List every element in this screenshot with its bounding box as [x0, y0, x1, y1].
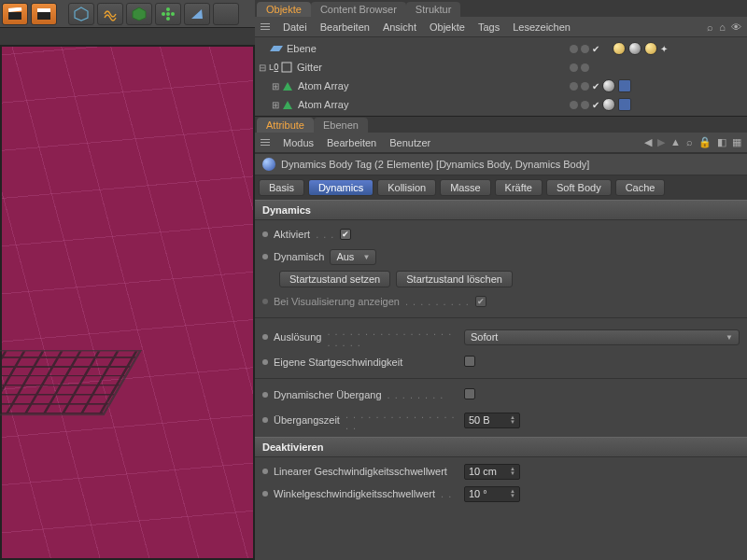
- menu-tags[interactable]: Tags: [478, 21, 500, 33]
- expander-icon[interactable]: ⊟: [259, 63, 268, 73]
- prop-tab-basis[interactable]: Basis: [259, 179, 304, 196]
- section-dynamics: Dynamics: [255, 200, 747, 220]
- input-winkel-schwell[interactable]: 10 °▲▼: [464, 486, 520, 502]
- button-startzustand-setzen[interactable]: Startzustand setzen: [279, 271, 390, 287]
- vis-render-dot[interactable]: [581, 45, 589, 53]
- dropdown-ausloesung[interactable]: Sofort▼: [464, 329, 740, 345]
- search-icon[interactable]: ⌕: [686, 136, 693, 148]
- menu-lesezeichen[interactable]: Lesezeichen: [513, 21, 571, 33]
- new-window-icon[interactable]: ◧: [717, 136, 726, 148]
- vis-render-dot[interactable]: [581, 63, 589, 72]
- tree-item-gitter[interactable]: ⊟ L0̲ Gitter: [255, 58, 747, 77]
- tool-deform-icon[interactable]: [97, 3, 123, 25]
- checkbox-bei-vis[interactable]: ✔: [475, 296, 486, 307]
- expander-icon[interactable]: ⊞: [272, 81, 281, 91]
- tree-item-atom1[interactable]: ⊞ Atom Array ✔: [255, 77, 747, 95]
- tool-clapper-icon[interactable]: [2, 3, 28, 25]
- prop-tab-masse[interactable]: Masse: [440, 179, 490, 196]
- svg-point-9: [162, 12, 165, 16]
- nav-back-icon[interactable]: ◀: [644, 136, 652, 148]
- deaktivieren-properties: Linearer Geschwindigkeitsschwellwert 10 …: [255, 457, 747, 508]
- tag-tex-icon[interactable]: [628, 42, 641, 55]
- lock-icon[interactable]: 🔒: [698, 136, 712, 148]
- svg-rect-1: [8, 7, 21, 12]
- vis-editor-dot[interactable]: [570, 101, 578, 109]
- tool-cube-green-icon[interactable]: [126, 3, 152, 25]
- tab-ebenen[interactable]: Ebenen: [314, 118, 368, 133]
- checkbox-dyn-uebergang[interactable]: [464, 388, 475, 399]
- tree-item-ebene[interactable]: Ebene ✔ ✦: [255, 39, 747, 58]
- menu-ansicht[interactable]: Ansicht: [383, 21, 416, 33]
- 3d-viewport[interactable]: [0, 45, 255, 560]
- tag-extra-icon[interactable]: ✦: [660, 44, 668, 54]
- expander-icon[interactable]: ⊞: [272, 100, 281, 110]
- tool-flower-icon[interactable]: [155, 3, 181, 25]
- tab-content-browser[interactable]: Content Browser: [311, 2, 406, 17]
- nav-fwd-icon[interactable]: ▶: [657, 136, 665, 148]
- menu-handle-icon[interactable]: [261, 139, 270, 146]
- label-lin-schwell: Linearer Geschwindigkeitsschwellwert: [274, 466, 447, 477]
- tag-material-icon[interactable]: [613, 42, 626, 55]
- tab-struktur[interactable]: Struktur: [406, 2, 461, 17]
- tree-item-atom2[interactable]: ⊞ Atom Array ✔: [255, 95, 747, 114]
- dots: . . . . . . . . . . . . . . . . . . . . …: [327, 326, 458, 348]
- label-eigene-start: Eigene Startgeschwindigkeit: [274, 357, 402, 368]
- menu-benutzer[interactable]: Benutzer: [389, 137, 430, 148]
- input-uebergangszeit[interactable]: 50 B▲▼: [464, 413, 520, 428]
- search-icon[interactable]: ⌕: [707, 21, 713, 33]
- settings-icon[interactable]: ▦: [732, 136, 741, 148]
- tag-material2-icon[interactable]: [644, 42, 657, 55]
- prop-tab-dynamics[interactable]: Dynamics: [308, 179, 374, 196]
- button-startzustand-loeschen[interactable]: Startzustand löschen: [396, 271, 513, 287]
- tag-blue-icon[interactable]: [618, 79, 631, 92]
- nav-up-icon[interactable]: ▲: [670, 136, 681, 148]
- enable-check-icon[interactable]: ✔: [592, 81, 599, 91]
- vis-editor-dot[interactable]: [570, 82, 578, 91]
- prop-bullet-icon: [262, 392, 268, 398]
- vis-render-dot[interactable]: [581, 101, 589, 109]
- checkbox-aktiviert[interactable]: ✔: [340, 229, 351, 240]
- prop-tab-softbody[interactable]: Soft Body: [546, 179, 612, 196]
- tool-clapper-alt-icon[interactable]: [31, 3, 57, 25]
- menu-bearbeiten[interactable]: Bearbeiten: [327, 137, 376, 148]
- menu-objekte[interactable]: Objekte: [430, 21, 465, 33]
- vis-editor-dot[interactable]: [570, 63, 578, 72]
- dropdown-dynamisch[interactable]: Aus▼: [330, 249, 376, 265]
- tag-dynamics-icon[interactable]: [602, 98, 615, 111]
- vis-editor-dot[interactable]: [570, 45, 578, 53]
- prop-tab-cache[interactable]: Cache: [615, 179, 666, 196]
- attribute-menu: Modus Bearbeiten Benutzer ◀ ▶ ▲ ⌕ 🔒 ◧ ▦: [255, 133, 747, 153]
- prop-tab-kollision[interactable]: Kollision: [377, 179, 436, 196]
- eye-icon[interactable]: 👁: [731, 21, 741, 33]
- dots: . .: [441, 488, 452, 499]
- tool-cube-icon[interactable]: [68, 3, 94, 25]
- dots: . . . . . . . .: [388, 389, 444, 400]
- object-tree: Ebene ✔ ✦ ⊟ L0̲ Gitter: [255, 37, 747, 116]
- label-dynamisch: Dynamisch: [274, 251, 324, 262]
- svg-rect-0: [8, 12, 21, 20]
- tab-attribute[interactable]: Attribute: [257, 118, 314, 133]
- svg-marker-5: [133, 7, 146, 21]
- menu-bearbeiten[interactable]: Bearbeiten: [320, 21, 370, 33]
- prop-bullet-icon: [262, 469, 268, 474]
- enable-check-icon[interactable]: ✔: [592, 100, 599, 110]
- tool-wedge-icon[interactable]: [184, 3, 210, 25]
- menu-modus[interactable]: Modus: [283, 137, 314, 148]
- tab-objekte[interactable]: Objekte: [257, 2, 311, 17]
- home-icon[interactable]: ⌂: [719, 21, 726, 33]
- tag-blue-icon[interactable]: [618, 98, 631, 111]
- vis-render-dot[interactable]: [581, 82, 589, 91]
- checkbox-eigene-start[interactable]: [464, 356, 475, 367]
- label-dyn-uebergang: Dynamischer Übergang: [274, 389, 382, 400]
- prop-bullet-icon: [262, 359, 268, 365]
- prop-tab-kraefte[interactable]: Kräfte: [495, 179, 543, 196]
- enable-check-icon[interactable]: ✔: [592, 44, 599, 54]
- chevron-down-icon: ▼: [726, 333, 733, 342]
- input-lin-schwell[interactable]: 10 cm▲▼: [464, 464, 520, 480]
- tree-label: Atom Array: [298, 80, 391, 91]
- tool-unknown-icon[interactable]: [213, 3, 239, 25]
- label-aktiviert: Aktiviert: [274, 229, 310, 240]
- tag-dynamics-icon[interactable]: [602, 79, 615, 92]
- menu-datei[interactable]: Datei: [283, 21, 307, 33]
- menu-handle-icon[interactable]: [261, 23, 270, 30]
